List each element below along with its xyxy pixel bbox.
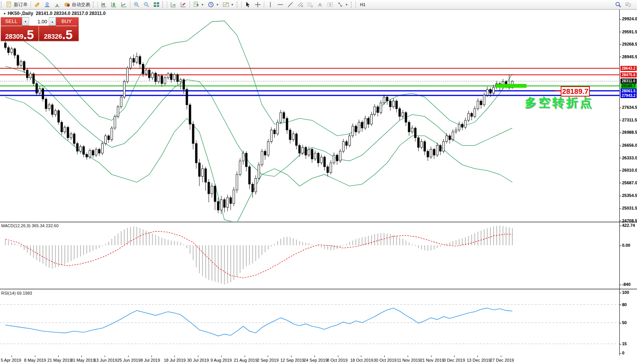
- text-tool-button[interactable]: A: [315, 1, 325, 8]
- periods-button[interactable]: ▼: [206, 1, 221, 8]
- candle-body: [427, 151, 429, 157]
- auto-scroll-button[interactable]: [168, 1, 178, 8]
- candle-body: [83, 147, 85, 154]
- candle-body: [367, 118, 369, 124]
- candle-body: [51, 105, 53, 115]
- candle-body: [224, 200, 226, 207]
- rsi-pane[interactable]: [0, 290, 619, 356]
- candle-body: [202, 169, 204, 176]
- pane-separator[interactable]: [0, 289, 637, 290]
- fibonacci-tool-button[interactable]: F: [305, 1, 315, 8]
- price-axis[interactable]: 28643.228475.628311.028189.728061.527943…: [620, 10, 637, 221]
- line-chart-mode-button[interactable]: [119, 1, 129, 8]
- timeframe-h1[interactable]: H1: [357, 1, 371, 8]
- candle-body: [20, 61, 22, 65]
- y-tick: 29591.5: [620, 30, 637, 34]
- candle-body: [421, 142, 423, 148]
- gold-icon: [34, 2, 40, 8]
- candle-body: [89, 151, 91, 157]
- candle-chart-mode-button[interactable]: [109, 1, 119, 8]
- y-tick: 27634.5: [620, 105, 637, 110]
- volume-decrease-button[interactable]: ▼: [22, 18, 29, 25]
- volume-input[interactable]: [29, 17, 49, 26]
- buy-price[interactable]: 28326.5: [39, 26, 77, 41]
- candle-body: [305, 148, 307, 155]
- rsi-line: [5, 308, 512, 336]
- candle-body: [464, 120, 466, 127]
- candle-body: [76, 144, 78, 151]
- green-highlight-bar[interactable]: [496, 84, 527, 88]
- crosshair-tool-button[interactable]: [253, 1, 263, 8]
- signal-button[interactable]: [52, 1, 62, 8]
- chart-shift-button[interactable]: [178, 1, 188, 8]
- text-label-tool-button[interactable]: T: [325, 1, 335, 8]
- bar-chart-mode-button[interactable]: [99, 1, 109, 8]
- candle-body: [389, 101, 391, 107]
- candle-body: [183, 80, 185, 89]
- community-button[interactable]: [42, 1, 52, 8]
- vline-tool-button[interactable]: [265, 1, 275, 8]
- rsi-axis[interactable]: 1008050150: [620, 290, 637, 356]
- cursor-tool-button[interactable]: [243, 1, 253, 8]
- zoom-in-button[interactable]: [132, 1, 142, 8]
- date-label: 18 Jul 2019: [164, 358, 186, 362]
- chat-bubbles-icon: [625, 2, 631, 8]
- tile-windows-button[interactable]: [151, 1, 161, 8]
- date-label: 21 Nov 2019: [420, 358, 444, 362]
- date-label: 2 Sep 2019: [257, 358, 278, 362]
- y-tick: 26988.5: [620, 130, 637, 134]
- price-badge-28311.0: 28311.0: [621, 79, 637, 84]
- sell-price[interactable]: 28309.5: [1, 26, 39, 41]
- macd-pane[interactable]: [0, 223, 619, 289]
- candle-body: [8, 48, 10, 52]
- toolbar-grip[interactable]: [1, 2, 3, 8]
- pane-separator[interactable]: [0, 221, 637, 222]
- candle-body: [377, 107, 379, 113]
- candle-body: [221, 200, 222, 210]
- rsi-tick: 15: [620, 341, 627, 346]
- bollinger-upper: [5, 21, 512, 136]
- candle-body: [318, 153, 319, 163]
- buy-button[interactable]: BUY: [56, 17, 77, 26]
- candle-body: [242, 153, 244, 161]
- market-watch-button[interactable]: [32, 1, 42, 8]
- main-chart-pane[interactable]: [0, 10, 619, 221]
- autotrading-icon: [64, 2, 70, 8]
- svg-text:T: T: [329, 3, 331, 7]
- autotrading-button[interactable]: 自动交易: [62, 1, 92, 9]
- date-tick: [221, 356, 222, 357]
- date-label: 8 May 2019: [24, 358, 46, 362]
- candle-body: [270, 130, 272, 141]
- new-order-button[interactable]: 新订单: [4, 1, 30, 9]
- new-chart-button[interactable]: ▼: [191, 1, 206, 8]
- candle-body: [492, 87, 494, 93]
- candle-body: [111, 128, 113, 139]
- candle-body: [161, 76, 163, 84]
- candle-body: [392, 101, 394, 107]
- macd-axis[interactable]: 422.740.00-840: [620, 223, 637, 289]
- time-axis[interactable]: 5 Apr 20198 May 201921 May 201931 May 20…: [0, 356, 637, 364]
- y-tick: 25031.5: [620, 206, 637, 210]
- date-tick: [408, 356, 408, 357]
- candle-body: [214, 186, 216, 202]
- candle-body: [95, 149, 97, 155]
- chinese-annotation[interactable]: 多空转折点: [525, 95, 594, 111]
- comments-button[interactable]: [623, 1, 633, 8]
- candle-body: [349, 136, 351, 145]
- new-order-icon: [6, 2, 12, 8]
- sell-button[interactable]: SELL: [1, 17, 22, 26]
- trendline-tool-button[interactable]: [285, 1, 295, 8]
- date-tick: [151, 356, 152, 357]
- arrows-tool-button[interactable]: ▼: [335, 1, 350, 8]
- zoom-out-button[interactable]: [142, 1, 151, 8]
- indicators-button[interactable]: ▼: [221, 1, 236, 8]
- candle-body: [433, 149, 435, 155]
- candle-body: [98, 149, 100, 153]
- y-tick: 25687.0: [620, 180, 637, 185]
- hline-tool-button[interactable]: [275, 1, 285, 8]
- text-label-icon: T: [327, 2, 333, 8]
- search-button[interactable]: [613, 1, 623, 8]
- channel-tool-button[interactable]: E: [295, 1, 305, 8]
- volume-increase-button[interactable]: ▲: [49, 18, 56, 25]
- candle-body: [252, 184, 253, 192]
